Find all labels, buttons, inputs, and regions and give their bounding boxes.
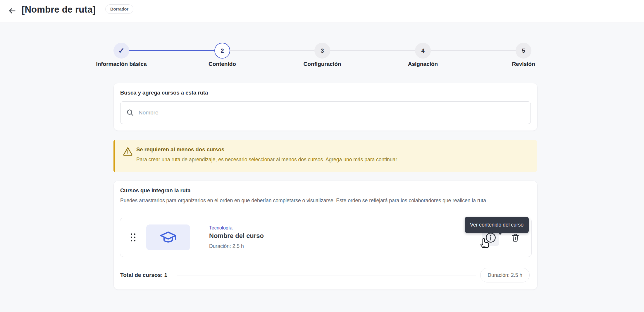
step-4-label: Asignación	[382, 61, 464, 67]
step-4-circle[interactable]: 4	[415, 43, 431, 59]
step-3-circle[interactable]: 3	[314, 43, 330, 59]
step-2-label: Contenido	[181, 61, 263, 67]
footer-divider	[177, 275, 476, 275]
course-search-field[interactable]	[120, 101, 531, 124]
step-number: 5	[522, 47, 525, 54]
stepper-connector	[431, 50, 516, 51]
course-search-input[interactable]	[139, 109, 525, 116]
step-5-circle[interactable]: 5	[516, 43, 531, 59]
total-courses-label: Total de cursos: 1	[120, 272, 167, 278]
arrow-left-icon	[8, 6, 17, 15]
info-icon	[485, 232, 497, 244]
step-1-circle[interactable]: ✓	[113, 43, 129, 59]
search-courses-card: Busca y agrega cursos a esta ruta	[113, 83, 538, 131]
stepper-connector	[230, 50, 314, 51]
courses-list-card: Cursos que integran la ruta Puedes arras…	[113, 181, 538, 290]
page-title: [Nombre de ruta]	[22, 4, 96, 15]
step-2-circle[interactable]: 2	[214, 43, 230, 59]
search-icon	[126, 109, 134, 116]
course-row: Tecnología Nombre del curso Duración: 2.…	[120, 218, 532, 257]
warning-banner: Se requieren al menos dos cursos Para cr…	[113, 140, 537, 172]
courses-card-title: Cursos que integran la ruta	[120, 187, 531, 194]
step-3-label: Configuración	[281, 61, 363, 67]
course-thumbnail	[146, 224, 190, 250]
total-duration-badge: Duración: 2.5 h	[480, 268, 530, 282]
course-duration: Duración: 2.5 h	[209, 243, 244, 249]
wizard-stepper: ✓ 2 3 4 5 Información básica Contenido C…	[113, 43, 538, 75]
step-number: 2	[221, 47, 224, 54]
back-button[interactable]	[6, 5, 18, 17]
step-5-label: Revisión	[483, 61, 564, 67]
warning-title: Se requieren al menos dos cursos	[136, 146, 224, 153]
warning-triangle-icon	[123, 146, 133, 157]
trash-icon	[510, 233, 520, 243]
step-1-label: Información básica	[80, 61, 162, 67]
tooltip-caret	[497, 232, 503, 235]
top-header-bar: [Nombre de ruta] Borrador	[0, 0, 644, 23]
drag-handle-icon[interactable]	[131, 234, 135, 241]
tooltip: Ver contenido del curso	[465, 217, 529, 233]
stepper-connector-done	[129, 50, 214, 51]
step-number: 3	[321, 47, 324, 54]
warning-message: Para crear una ruta de aprendizaje, es n…	[136, 157, 398, 163]
courses-footer: Total de cursos: 1 Duración: 2.5 h	[120, 268, 530, 283]
check-icon: ✓	[118, 46, 125, 55]
step-number: 4	[421, 47, 424, 54]
course-category: Tecnología	[209, 225, 233, 231]
search-card-title: Busca y agrega cursos a esta ruta	[120, 90, 531, 96]
tooltip-text: Ver contenido del curso	[470, 222, 524, 228]
graduation-cap-icon	[159, 231, 177, 244]
course-name: Nombre del curso	[209, 232, 264, 240]
stepper-connector	[330, 50, 415, 51]
status-badge: Borrador	[105, 4, 133, 14]
courses-card-description: Puedes arrastrarlos para organizarlos en…	[120, 196, 499, 205]
